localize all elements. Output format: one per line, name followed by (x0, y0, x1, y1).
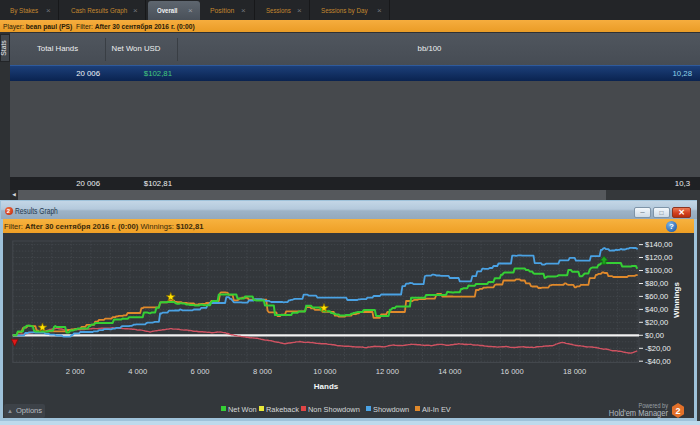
svg-text:$80,00: $80,00 (645, 279, 668, 288)
svg-text:$0,00: $0,00 (645, 331, 664, 340)
svg-text:12 000: 12 000 (376, 367, 399, 376)
svg-text:8 000: 8 000 (253, 367, 272, 376)
svg-text:Showdown: Showdown (373, 405, 409, 414)
svg-text:$60,00: $60,00 (645, 292, 668, 301)
svg-text:18 000: 18 000 (563, 367, 586, 376)
svg-text:6 000: 6 000 (191, 367, 210, 376)
svg-text:Winnings: Winnings (672, 281, 681, 317)
svg-text:Rakeback: Rakeback (266, 405, 299, 414)
svg-text:All-In EV: All-In EV (422, 405, 451, 414)
svg-text:2: 2 (675, 406, 680, 416)
svg-text:$140,00: $140,00 (645, 240, 672, 249)
svg-text:-$40,00: -$40,00 (645, 357, 671, 366)
svg-text:14 000: 14 000 (438, 367, 461, 376)
svg-text:16 000: 16 000 (501, 367, 524, 376)
svg-text:10 000: 10 000 (313, 367, 336, 376)
svg-text:$20,00: $20,00 (645, 318, 668, 327)
svg-text:-$20,00: -$20,00 (645, 344, 671, 353)
svg-text:Hands: Hands (314, 382, 339, 391)
svg-text:$100,00: $100,00 (645, 266, 672, 275)
svg-text:4 000: 4 000 (128, 367, 147, 376)
svg-text:$120,00: $120,00 (645, 253, 672, 262)
svg-text:Net Won: Net Won (228, 405, 257, 414)
svg-text:Non Showdown: Non Showdown (308, 405, 360, 414)
svg-text:2 000: 2 000 (66, 367, 85, 376)
svg-text:$40,00: $40,00 (645, 305, 668, 314)
